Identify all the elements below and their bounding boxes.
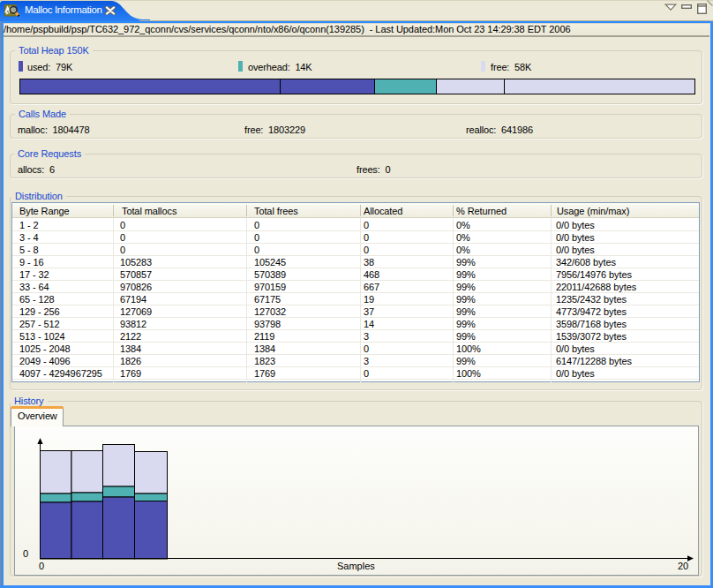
svg-text:20: 20 xyxy=(678,561,688,571)
svg-text:0: 0 xyxy=(39,561,44,571)
svg-text:0: 0 xyxy=(23,548,28,559)
svg-text:Samples: Samples xyxy=(337,561,375,571)
